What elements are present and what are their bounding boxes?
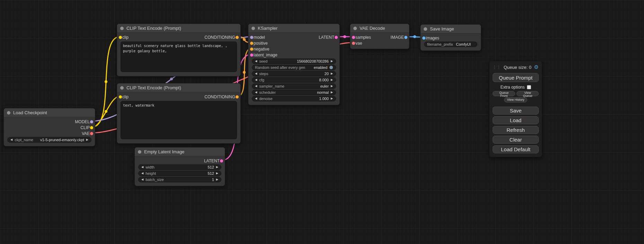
decrement-arrow-icon[interactable]: ◀: [141, 178, 143, 181]
increment-arrow-icon[interactable]: ▶: [86, 138, 88, 141]
widget-denoise[interactable]: ◀ denoise 1.000 ▶: [252, 96, 336, 101]
collapse-toggle-icon[interactable]: [252, 27, 255, 30]
node-title-bar[interactable]: Empty Latent Image: [135, 147, 225, 156]
input-slot-positive[interactable]: [250, 42, 253, 45]
prompt-text-input[interactable]: beautiful scenery nature glass bottle la…: [121, 42, 237, 72]
input-slot-latent-image[interactable]: [250, 53, 253, 56]
collapse-toggle-icon[interactable]: [138, 150, 141, 154]
wire-midpoint-dot: [170, 78, 173, 80]
output-slot-vae[interactable]: [90, 132, 93, 135]
decrement-arrow-icon[interactable]: ◀: [255, 79, 257, 81]
output-slot-conditioning[interactable]: [236, 36, 239, 39]
widget-random-seed-toggle[interactable]: Random seed after every gen enabled: [252, 65, 336, 70]
node-empty-latent-image[interactable]: Empty Latent Image LATENT ◀ width 512 ▶ …: [134, 147, 225, 186]
output-slot-latent[interactable]: [335, 36, 338, 39]
widget-filename-prefix[interactable]: filename_prefix ComfyUI: [424, 42, 477, 47]
input-slot-clip[interactable]: [119, 36, 122, 39]
load-button[interactable]: Load: [493, 116, 539, 124]
increment-arrow-icon[interactable]: ▶: [216, 172, 218, 175]
collapse-toggle-icon[interactable]: [353, 27, 357, 30]
decrement-arrow-icon[interactable]: ◀: [255, 85, 257, 88]
collapse-toggle-icon[interactable]: [120, 27, 124, 30]
node-title-bar[interactable]: CLIP Text Encode (Prompt): [117, 24, 240, 33]
node-title: VAE Decode: [360, 26, 385, 31]
decrement-arrow-icon[interactable]: ◀: [141, 166, 143, 169]
node-clip-text-encode-positive[interactable]: CLIP Text Encode (Prompt) clip CONDITION…: [117, 24, 241, 76]
widget-batch-size[interactable]: ◀ batch_size 1 ▶: [138, 177, 221, 182]
input-label-latent-image: latent_image: [254, 53, 277, 57]
increment-arrow-icon[interactable]: ▶: [331, 79, 333, 81]
widget-width[interactable]: ◀ width 512 ▶: [138, 164, 221, 170]
input-slot-vae[interactable]: [352, 42, 355, 45]
decrement-arrow-icon[interactable]: ◀: [255, 60, 257, 63]
increment-arrow-icon[interactable]: ▶: [331, 97, 333, 100]
node-ksampler[interactable]: KSampler model LATENT positive negative …: [248, 24, 340, 105]
load-default-button[interactable]: Load Default: [493, 145, 539, 153]
decrement-arrow-icon[interactable]: ◀: [255, 97, 257, 100]
widget-seed[interactable]: ◀ seed 156680208700286 ▶: [252, 58, 336, 64]
save-button[interactable]: Save: [493, 107, 539, 115]
increment-arrow-icon[interactable]: ▶: [216, 166, 218, 169]
slot-list: clip CONDITIONING: [117, 92, 240, 100]
output-slot-conditioning[interactable]: [236, 95, 239, 98]
drag-handle-icon[interactable]: ⋮⋮: [493, 65, 501, 70]
extra-options-checkbox[interactable]: [527, 85, 531, 89]
output-label-clip: CLIP: [80, 125, 90, 130]
input-slot-clip[interactable]: [119, 95, 122, 98]
input-slot-model[interactable]: [250, 36, 253, 39]
output-row-model: MODEL: [4, 119, 95, 125]
widget-steps[interactable]: ◀ steps 20 ▶: [252, 71, 336, 76]
increment-arrow-icon[interactable]: ▶: [216, 178, 218, 181]
view-queue-button[interactable]: View Queue: [517, 91, 539, 96]
collapse-toggle-icon[interactable]: [7, 111, 10, 115]
node-title-bar[interactable]: CLIP Text Encode (Prompt): [117, 83, 240, 92]
output-slot-latent[interactable]: [220, 159, 223, 162]
refresh-button[interactable]: Refresh: [493, 126, 539, 134]
toggle-label: Random seed after every gen: [255, 65, 305, 70]
output-row-clip: CLIP: [4, 125, 95, 130]
wire-midpoint-dot: [243, 71, 246, 74]
slot-row-clip-conditioning: clip CONDITIONING: [117, 94, 240, 100]
widget-height[interactable]: ◀ height 512 ▶: [138, 171, 221, 176]
node-title-bar[interactable]: VAE Decode: [350, 24, 409, 33]
widget-cfg[interactable]: ◀ cfg 8.000 ▶: [252, 77, 336, 83]
node-title-bar[interactable]: KSampler: [248, 24, 339, 33]
decrement-arrow-icon[interactable]: ◀: [141, 172, 143, 175]
decrement-arrow-icon[interactable]: ◀: [255, 91, 257, 94]
decrement-arrow-icon[interactable]: ◀: [255, 72, 257, 75]
clear-button[interactable]: Clear: [493, 136, 539, 144]
output-slot-image[interactable]: [404, 36, 407, 39]
output-slot-model[interactable]: [90, 120, 93, 123]
increment-arrow-icon[interactable]: ▶: [331, 91, 333, 94]
queue-prompt-button[interactable]: Queue Prompt: [493, 73, 539, 82]
increment-arrow-icon[interactable]: ▶: [331, 72, 333, 75]
node-load-checkpoint[interactable]: Load Checkpoint MODEL CLIP VAE ◀ ckpt_na…: [3, 108, 95, 146]
collapse-toggle-icon[interactable]: [120, 86, 124, 90]
node-save-image[interactable]: Save Image images filename_prefix ComfyU…: [420, 24, 481, 51]
node-title-bar[interactable]: Load Checkpoint: [4, 108, 95, 117]
queue-menu-panel[interactable]: ⋮⋮ Queue size: 0 ⚙ Queue Prompt Extra op…: [489, 61, 542, 157]
increment-arrow-icon[interactable]: ▶: [331, 85, 333, 88]
output-slot-clip[interactable]: [90, 126, 93, 129]
wire-midpoint-dot: [105, 110, 107, 113]
decrement-arrow-icon[interactable]: ◀: [10, 138, 12, 141]
node-graph-canvas[interactable]: { "colors": { "model": "#B39DDB", "clip"…: [0, 0, 644, 244]
prompt-text-input[interactable]: text, watermark: [121, 101, 237, 139]
settings-gear-icon[interactable]: ⚙: [534, 64, 539, 70]
node-title-bar[interactable]: Save Image: [421, 25, 481, 34]
widget-ckpt-name[interactable]: ◀ ckpt_name v1-5-pruned-emaonly.ckpt ▶: [7, 137, 91, 143]
input-slot-samples[interactable]: [352, 36, 355, 39]
widget-value: 8.000: [319, 78, 329, 82]
view-history-button[interactable]: View History: [504, 97, 528, 102]
widget-scheduler[interactable]: ◀ scheduler normal ▶: [252, 90, 336, 95]
node-clip-text-encode-negative[interactable]: CLIP Text Encode (Prompt) clip CONDITION…: [117, 83, 241, 144]
widget-sampler-name[interactable]: ◀ sampler_name euler ▶: [252, 83, 336, 89]
node-vae-decode[interactable]: VAE Decode samples IMAGE vae: [350, 24, 409, 49]
collapse-toggle-icon[interactable]: [424, 27, 427, 31]
toggle-indicator-icon[interactable]: [329, 66, 333, 69]
widget-name: height: [145, 171, 156, 175]
increment-arrow-icon[interactable]: ▶: [331, 60, 333, 63]
input-slot-images[interactable]: [422, 36, 425, 39]
input-slot-negative[interactable]: [250, 47, 253, 51]
queue-front-button[interactable]: Queue Front: [493, 91, 515, 96]
